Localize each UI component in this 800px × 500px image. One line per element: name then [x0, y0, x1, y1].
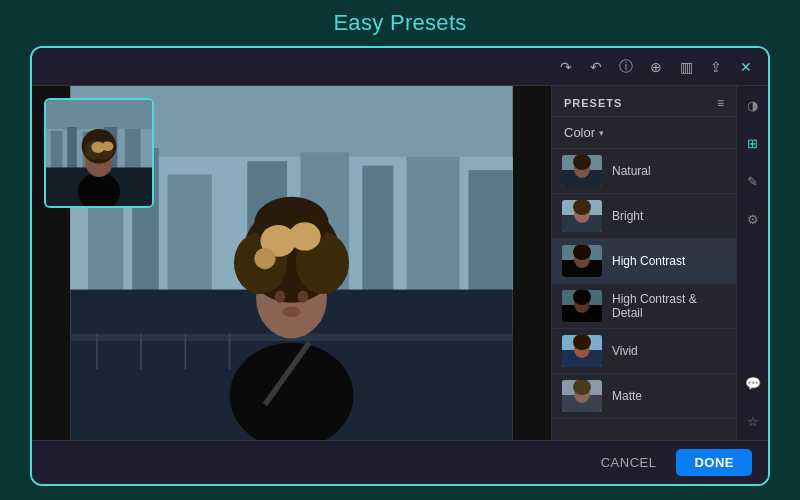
add-icon[interactable]: ⊕ — [646, 57, 666, 77]
svg-point-27 — [283, 306, 301, 317]
redo-icon[interactable]: ↷ — [556, 57, 576, 77]
preset-item-high-contrast-detail[interactable]: High Contrast & Detail — [552, 284, 736, 329]
svg-point-25 — [275, 290, 286, 302]
preset-item-matte[interactable]: Matte — [552, 374, 736, 419]
bottom-bar: CANCEL DONE — [32, 440, 768, 484]
comment-icon[interactable]: 💬 — [742, 372, 764, 394]
presets-icon[interactable]: ⊞ — [742, 132, 764, 154]
toolbar: ↷ ↶ ⓘ ⊕ ▥ ⇪ ✕ — [32, 48, 768, 86]
svg-point-24 — [254, 248, 275, 269]
thumbnail-photo — [46, 100, 152, 206]
preset-name-vivid: Vivid — [612, 344, 638, 358]
edit-icon[interactable]: ✎ — [742, 170, 764, 192]
star-icon[interactable]: ☆ — [742, 410, 764, 432]
page-title: Easy Presets — [333, 10, 466, 36]
color-filter-label: Color — [564, 125, 595, 140]
preset-thumb-high-contrast — [562, 245, 602, 277]
preset-thumb-high-contrast-detail — [562, 290, 602, 322]
masking-icon[interactable]: ◑ — [742, 94, 764, 116]
preset-thumb-vivid — [562, 335, 602, 367]
preset-thumb-natural — [562, 155, 602, 187]
svg-rect-31 — [51, 131, 63, 170]
share-icon[interactable]: ⇪ — [706, 57, 726, 77]
svg-rect-35 — [125, 129, 140, 169]
preset-name-matte: Matte — [612, 389, 642, 403]
done-button[interactable]: DONE — [676, 449, 752, 476]
close-icon[interactable]: ✕ — [736, 57, 756, 77]
preset-name-bright: Bright — [612, 209, 643, 223]
svg-point-26 — [298, 290, 309, 302]
app-container: ↷ ↶ ⓘ ⊕ ▥ ⇪ ✕ — [30, 46, 770, 486]
color-filter[interactable]: Color ▾ — [552, 117, 736, 149]
preset-item-natural[interactable]: Natural — [552, 149, 736, 194]
right-sidebar: ◑ ⊞ ✎ ⚙ 💬 ☆ — [736, 86, 768, 440]
chevron-down-icon: ▾ — [599, 128, 604, 138]
svg-point-23 — [289, 222, 321, 250]
cancel-button[interactable]: CANCEL — [601, 455, 657, 470]
preset-item-vivid[interactable]: Vivid — [552, 329, 736, 374]
thumbnail-overlay — [44, 98, 154, 208]
preset-name-high-contrast-detail: High Contrast & Detail — [612, 292, 726, 320]
compare-icon[interactable]: ▥ — [676, 57, 696, 77]
info-icon[interactable]: ⓘ — [616, 57, 636, 77]
preset-item-high-contrast[interactable]: High Contrast — [552, 239, 736, 284]
presets-header: PRESETS ≡ — [552, 86, 736, 117]
svg-rect-32 — [67, 127, 77, 169]
preset-name-high-contrast: High Contrast — [612, 254, 685, 268]
main-area: PRESETS ≡ Color ▾ — [32, 86, 768, 440]
svg-rect-4 — [168, 175, 212, 299]
presets-panel: PRESETS ≡ Color ▾ — [551, 86, 736, 440]
svg-rect-8 — [407, 157, 460, 299]
svg-rect-7 — [362, 166, 393, 299]
presets-menu-icon[interactable]: ≡ — [717, 96, 724, 110]
undo-icon[interactable]: ↶ — [586, 57, 606, 77]
preset-name-natural: Natural — [612, 164, 651, 178]
preset-thumb-bright — [562, 200, 602, 232]
photo-area — [32, 86, 551, 440]
preset-item-bright[interactable]: Bright — [552, 194, 736, 239]
settings-icon[interactable]: ⚙ — [742, 208, 764, 230]
preset-thumb-matte — [562, 380, 602, 412]
svg-rect-9 — [469, 170, 513, 298]
svg-point-43 — [102, 141, 114, 151]
preset-list: Natural Bright — [552, 149, 736, 440]
presets-title: PRESETS — [564, 97, 622, 109]
